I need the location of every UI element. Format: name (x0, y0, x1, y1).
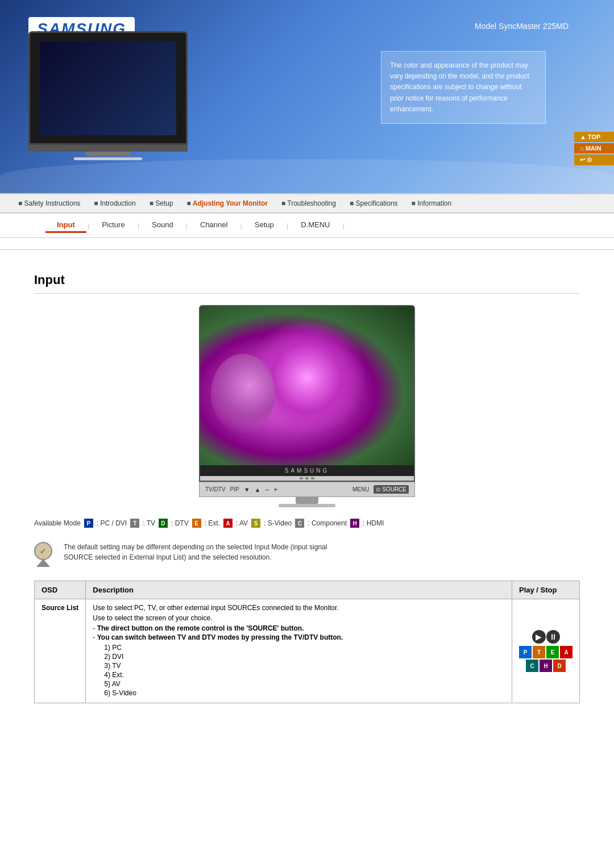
tab-setup[interactable]: Setup (243, 218, 285, 233)
badge-a: A (223, 519, 233, 528)
nav-information[interactable]: Information (405, 199, 459, 207)
table-header-description: Description (86, 581, 512, 599)
tab-input[interactable]: Input (45, 218, 86, 233)
badge-s: S (251, 519, 260, 528)
osd-tabbar: Input | Picture | Sound | Channel | Setu… (0, 214, 614, 238)
btn-e: E (546, 646, 559, 658)
btn-row-1: P T E A (519, 646, 572, 658)
nav-intro[interactable]: Introduction (87, 199, 142, 207)
table-row: Source List Use to select PC, TV, or oth… (35, 599, 580, 703)
tab-channel[interactable]: Channel (189, 218, 239, 233)
badge-h: H (350, 519, 359, 528)
play-buttons: ▶ ⏸ P T E A C H D (519, 630, 572, 672)
main-button[interactable]: ⌂ MAIN (574, 143, 614, 153)
note-box: ✓ The default setting may be different d… (34, 536, 580, 570)
tab-sound[interactable]: Sound (140, 218, 185, 233)
note-icon: ✓ (34, 542, 57, 565)
home-button[interactable]: ↩ ⊙ (574, 155, 614, 165)
nav-troubleshooting[interactable]: Troubleshooting (275, 199, 343, 207)
info-table: OSD Description Play / Stop Source List … (34, 581, 580, 703)
top-button[interactable]: ▲ TOP (574, 132, 614, 142)
monitor-display-wrap: SAMSUNG TV/DTV PIP ▼ ▲ – + MENU ⊙ SOURCE (34, 305, 580, 507)
samsung-monitor-label: SAMSUNG (200, 465, 414, 476)
tab-dmenu[interactable]: D.MENU (289, 218, 341, 233)
badge-e: E (192, 519, 201, 528)
side-buttons: ▲ TOP ⌂ MAIN ↩ ⊙ (574, 132, 614, 165)
playstop-cell: ▶ ⏸ P T E A C H D (512, 599, 580, 703)
btn-a: A (560, 646, 572, 658)
nav-adjusting[interactable]: Adjusting Your Monitor (180, 199, 275, 207)
main-content: Input SAMSUNG TV/DTV PI (0, 261, 614, 715)
nav-setup[interactable]: Setup (143, 199, 180, 207)
nav-bar: Safety Instructions Introduction Setup A… (0, 193, 614, 214)
btn-row-2: C H D (526, 660, 566, 672)
description-cell: Use to select PC, TV, or other external … (86, 599, 512, 703)
monitor-controls-bar: TV/DTV PIP ▼ ▲ – + MENU ⊙ SOURCE (199, 482, 415, 497)
table-header-osd: OSD (35, 581, 86, 599)
badge-d: D (159, 519, 168, 528)
section-title: Input (34, 273, 580, 294)
tab-picture[interactable]: Picture (90, 218, 136, 233)
table-header-playstop: Play / Stop (512, 581, 580, 599)
note-text: The default setting may be different dep… (64, 542, 327, 562)
model-info: Model SyncMaster 225MD (475, 22, 569, 31)
badge-t: T (130, 519, 139, 528)
notice-box: The color and appearance of the product … (381, 51, 546, 124)
btn-c: C (526, 660, 538, 672)
nav-specifications[interactable]: Specifications (343, 199, 405, 207)
btn-d: D (553, 660, 566, 672)
badge-c: C (295, 519, 304, 528)
badge-p: P (84, 519, 93, 528)
osd-cell: Source List (35, 599, 86, 703)
nav-safety[interactable]: Safety Instructions (11, 199, 87, 207)
monitor-display: SAMSUNG (199, 305, 415, 482)
btn-t: T (533, 646, 545, 658)
available-mode: Available Mode P : PC / DVI T : TV D : D… (34, 519, 580, 528)
btn-p: P (519, 646, 532, 658)
header-banner: SAMSUNG Model SyncMaster 225MD The color… (0, 0, 614, 193)
btn-h: H (540, 660, 552, 672)
monitor-screen (200, 306, 414, 465)
